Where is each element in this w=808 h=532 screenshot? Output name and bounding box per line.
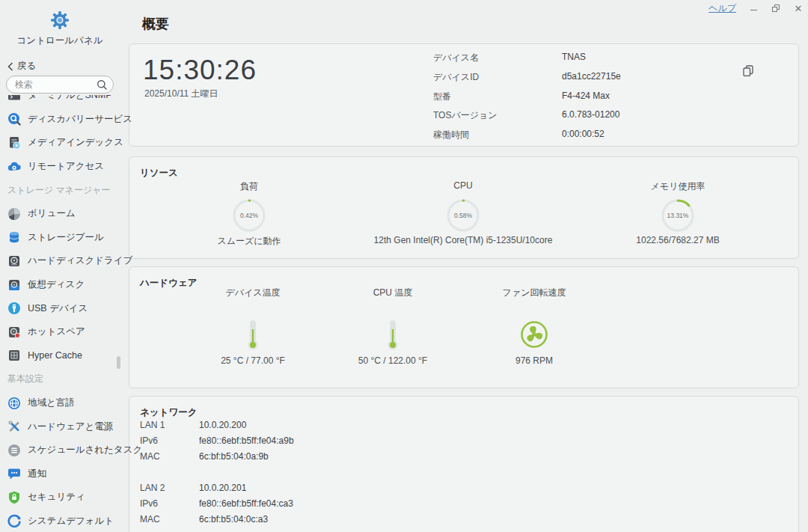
sidebar-item-label: ボリューム [28, 207, 76, 220]
device-info-label: 型番 [433, 91, 451, 103]
search-icon[interactable] [97, 79, 108, 91]
network-row: IPv6fe80::6ebf:b5ff:fe04:ca3 [140, 498, 783, 514]
network-value: 6c:bf:b5:04:0a:9b [199, 451, 269, 462]
hdd-icon [7, 254, 21, 268]
notification-icon [7, 467, 21, 480]
hardware-item: ファン回転速度976 RPM [444, 267, 624, 389]
network-row: MAC6c:bf:b5:04:0c:a3 [140, 514, 783, 530]
device-info-panel: 15:30:26 2025/10/11 土曜日 デバイス名TNASデバイスIDd… [129, 43, 799, 147]
device-info-value: F4-424 Max [562, 91, 610, 101]
thermometer-icon [385, 319, 400, 354]
network-label: MAC [140, 514, 160, 525]
resources-panel: リソース 負荷0.42%スムーズに動作CPU0.58%12th Gen Inte… [129, 156, 799, 259]
network-label: LAN 2 [140, 483, 165, 493]
sidebar-item[interactable]: ハードウェアと電源 [0, 415, 121, 438]
hardware-value: 976 RPM [444, 355, 624, 366]
network-label: MAC [140, 451, 160, 462]
sidebar-item[interactable]: 仮想ディスク [0, 273, 121, 297]
sidebar-section-header: 基本設定 [0, 367, 121, 391]
sidebar-item-label: 地域と言語 [28, 397, 75, 409]
gauge-caption: 1022.56/7682.27 MB [573, 235, 783, 245]
hyper-cache-icon [7, 349, 21, 362]
sidebar-item[interactable]: ホットスペア [0, 320, 121, 344]
gauge-ring: 0.58% [445, 198, 481, 233]
sidebar-scrollbar[interactable] [117, 356, 120, 369]
network-label: IPv6 [140, 435, 158, 446]
sidebar-item[interactable]: ボリューム [0, 202, 121, 226]
storage-pool-icon [7, 230, 21, 244]
network-value: fe80::6ebf:b5ff:fe04:a9b [199, 435, 294, 446]
network-value: 10.0.20.201 [199, 483, 246, 493]
svg-text:13.31%: 13.31% [667, 212, 689, 219]
sidebar-item-label: ストレージプール [28, 231, 104, 244]
gauge-label: CPU [358, 180, 568, 191]
resource-gauge: CPU0.58%12th Gen Intel(R) Core(TM) i5-12… [358, 157, 568, 260]
sidebar-item[interactable]: スケジュールされたタスク [0, 438, 121, 462]
sidebar-item-label: ホットスペア [28, 325, 85, 338]
maximize-button[interactable] [771, 3, 781, 13]
sidebar-item[interactable]: 地域と言語 [0, 391, 121, 415]
network-label: LAN 1 [140, 420, 165, 430]
network-row: IPv6fe80::6ebf:b5ff:fe04:a9b [140, 435, 783, 451]
sidebar-item-label: ディスカバリーサービス [28, 113, 132, 126]
network-row: MAC6c:bf:b5:04:0a:9b [140, 451, 783, 467]
copy-icon [743, 65, 753, 76]
sidebar-item[interactable]: USB デバイス [0, 296, 121, 320]
network-title: ネットワーク [140, 406, 197, 419]
network-interface: LAN 210.0.20.201IPv6fe80::6ebf:b5ff:fe04… [140, 483, 783, 530]
network-interface: LAN 110.0.20.200IPv6fe80::6ebf:b5ff:fe04… [140, 420, 783, 467]
sidebar-item-label: 仮想ディスク [28, 278, 85, 291]
gauge-label: 負荷 [144, 180, 354, 193]
search-input[interactable] [7, 79, 97, 90]
device-info-label: 稼働時間 [433, 129, 469, 141]
gauge-caption: スムーズに動作 [144, 235, 354, 248]
gauge-caption: 12th Gen Intel(R) Core(TM) i5-1235U/10co… [358, 235, 568, 245]
thermometer-icon [245, 319, 260, 354]
sidebar-item[interactable]: リモートアクセス [0, 155, 121, 179]
sidebar-item[interactable]: Hyper Cache [0, 344, 121, 368]
system-clock: 15:30:26 [143, 55, 257, 86]
network-row: LAN 110.0.20.200 [140, 420, 783, 435]
sidebar-item-label: 通知 [28, 468, 46, 480]
network-value: 6c:bf:b5:04:0c:a3 [199, 514, 268, 525]
gauge-label: メモリ使用率 [573, 180, 783, 193]
device-info-value: d5a1cc22715e [562, 71, 621, 82]
device-info-label: デバイス名 [433, 52, 479, 64]
security-icon [7, 491, 21, 504]
device-info-value: 0:00:00:52 [562, 129, 605, 139]
discovery-icon [7, 112, 21, 126]
search-bar [0, 71, 121, 95]
media-index-icon [7, 136, 21, 150]
system-default-icon [7, 514, 21, 528]
page-title: 概要 [142, 15, 169, 33]
hardware-label: ファン回転速度 [444, 287, 624, 299]
minimize-button[interactable] [748, 3, 759, 13]
sidebar-section-header: ストレージ マネージャー [0, 178, 121, 202]
close-button[interactable]: ✕ [793, 3, 804, 13]
sidebar-item[interactable]: システムデフォルト [0, 510, 121, 532]
sidebar-item[interactable]: 通知 [0, 462, 121, 486]
copy-device-id-button[interactable] [743, 65, 753, 79]
system-date: 2025/10/11 土曜日 [144, 88, 218, 100]
gauge-ring: 0.42% [231, 198, 267, 233]
device-info-row: デバイス名TNAS [433, 52, 785, 67]
control-panel-window: ヘルプ ✕ コントロールパネル [0, 0, 808, 532]
hardware-panel: ハードウェア デバイス温度25 °C / 77.00 °FCPU 温度50 °C… [129, 266, 799, 388]
sidebar-nav: ターミナルとSNMPディスカバリーサービスメディアインデックスリモートアクセスス… [0, 84, 121, 532]
network-value: fe80::6ebf:b5ff:fe04:ca3 [199, 498, 293, 509]
sidebar-item[interactable]: ディスカバリーサービス [0, 108, 121, 132]
sidebar-item[interactable]: メディアインデックス [0, 131, 121, 155]
sidebar-item[interactable]: ハードディスクドライブ [0, 249, 121, 273]
scheduled-tasks-icon [7, 444, 21, 457]
network-label: IPv6 [140, 498, 158, 509]
sidebar-item[interactable]: ストレージプール [0, 226, 121, 250]
svg-text:0.42%: 0.42% [240, 212, 259, 219]
help-link[interactable]: ヘルプ [708, 2, 736, 15]
virtual-disk-icon [7, 278, 21, 292]
resource-gauge: 負荷0.42%スムーズに動作 [144, 157, 354, 260]
sidebar-item[interactable]: セキュリティ [0, 486, 121, 510]
hardware-power-icon [7, 420, 21, 433]
network-row: LAN 210.0.20.201 [140, 483, 783, 498]
resource-gauge: メモリ使用率13.31%1022.56/7682.27 MB [573, 157, 783, 260]
window-controls: ヘルプ ✕ [708, 1, 804, 15]
